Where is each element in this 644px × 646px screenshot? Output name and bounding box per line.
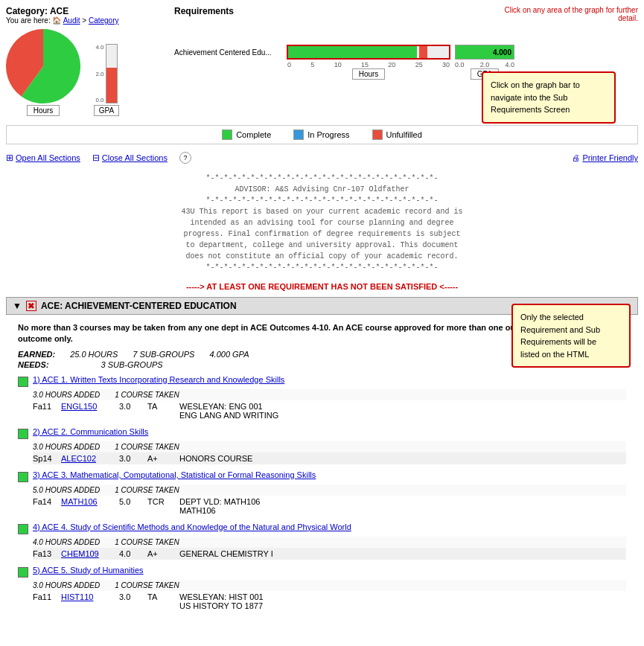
breadcrumb-category-link[interactable]: Category [89, 16, 119, 25]
sub-req-1: 1) ACE 1. Written Texts Incorporating Re… [18, 375, 626, 421]
ace-gpa-bar[interactable]: 4.000 [455, 45, 514, 60]
course-type: TA [147, 402, 173, 420]
section-close-btn[interactable]: ✖ [26, 301, 36, 311]
sub-req-title[interactable]: 5) ACE 5. Study of Humanities [33, 566, 144, 575]
course-grade: 3.0 [119, 454, 141, 463]
course-row: Fa13 CHEM109 4.0 A+ GENERAL CHEMISTRY I [33, 548, 626, 560]
sub-req-checkbox [18, 524, 28, 534]
sub-req-3: 3) ACE 3. Mathematical, Computational, S… [18, 470, 626, 517]
sub-req-4: 4) ACE 4. Study of Scientific Methods an… [18, 522, 626, 560]
gpa-vertical-bar[interactable] [106, 44, 118, 103]
printer-friendly-btn[interactable]: 🖨 Printer Friendly [572, 153, 638, 162]
earned-hours: 25.0 HOURS [70, 350, 118, 359]
course-type: A+ [147, 549, 173, 558]
pie-chart[interactable] [6, 29, 80, 103]
sub-req-2: 2) ACE 2. Communication Skills 3.0 HOURS… [18, 427, 626, 464]
course-term: Fa11 [33, 592, 55, 610]
hours-added-row: 3.0 HOURS ADDED 1 COURSE TAKEN [33, 580, 626, 591]
category-title: Category: ACE [6, 6, 170, 16]
course-row: Fa11 HIST110 3.0 TA WESLEYAN: HIST 001US… [33, 591, 626, 612]
tooltip-html-listing: Only the selected Requirement and Sub Re… [511, 304, 631, 368]
legend: Complete In Progress Unfulfilled [6, 125, 638, 144]
sub-req-title[interactable]: 3) ACE 3. Mathematical, Computational, S… [33, 470, 316, 479]
course-code[interactable]: HIST110 [61, 592, 113, 610]
breadcrumb: You are here: 🏠 Audit > Category [6, 16, 170, 25]
close-all-sections-btn[interactable]: ⊟ Close All Sections [92, 153, 168, 163]
pie-hours-label: Hours [27, 105, 60, 116]
warning-text: -----> AT LEAST ONE REQUIREMENT HAS NOT … [6, 279, 638, 294]
gpa-earned: 4.000 GPA [209, 350, 249, 359]
course-grade: 4.0 [119, 549, 141, 558]
gpa-value-text: 4.000 [493, 48, 511, 57]
section-title: ACE: ACHIEVEMENT-CENTERED EDUCATION [41, 301, 237, 311]
sub-req-checkbox [18, 429, 28, 439]
sub-groups-earned: 7 SUB-GROUPS [133, 350, 194, 359]
course-desc: WESLEYAN: HIST 001US HISTORY TO 1877 [179, 592, 264, 610]
sub-req-title[interactable]: 4) ACE 4. Study of Scientific Methods an… [33, 522, 351, 531]
breadcrumb-audit-link[interactable]: Audit [63, 16, 80, 25]
course-code[interactable]: CHEM109 [61, 549, 113, 558]
course-term: Sp14 [33, 454, 55, 463]
course-row: Fa11 ENGL150 3.0 TA WESLEYAN: ENG 001ENG… [33, 400, 626, 421]
course-type: TA [147, 592, 173, 610]
hours-added-row: 3.0 HOURS ADDED 1 COURSE TAKEN [33, 441, 626, 452]
section-toggle-btn[interactable]: ▼ [13, 301, 22, 311]
pie-chart-container[interactable]: Hours [6, 29, 80, 116]
course-desc: DEPT VLD: MATH106MATH106 [179, 497, 260, 515]
help-icon[interactable]: ? [179, 152, 191, 164]
course-row: Sp14 ALEC102 3.0 A+ HONORS COURSE [33, 452, 626, 464]
hours-added-row: 5.0 HOURS ADDED 1 COURSE TAKEN [33, 485, 626, 496]
sub-groups-needs: 3 SUB-GROUPS [64, 360, 163, 369]
course-term: Fa14 [33, 497, 55, 515]
advisor-text-box: *-*-*-*-*-*-*-*-*-*-*-*-*-*-*-*-*-*-*-*-… [6, 167, 638, 279]
hours-scale-label: Hours [352, 68, 386, 80]
requirements-title: Requirements [174, 6, 234, 16]
legend-in-progress: In Progress [293, 129, 349, 140]
sub-requirements-list: 1) ACE 1. Written Texts Incorporating Re… [18, 375, 626, 612]
course-desc: GENERAL CHEMISTRY I [179, 549, 273, 558]
course-term: Fa13 [33, 549, 55, 558]
hours-added-row: 3.0 HOURS ADDED 1 COURSE TAKEN [33, 389, 626, 400]
sub-req-title[interactable]: 2) ACE 2. Communication Skills [33, 427, 148, 436]
needs-label: NEEDS: [18, 360, 49, 369]
sub-req-5: 5) ACE 5. Study of Humanities 3.0 HOURS … [18, 566, 626, 612]
course-row: Fa14 MATH106 5.0 TCR DEPT VLD: MATH106MA… [33, 496, 626, 517]
course-desc: WESLEYAN: ENG 001ENG LANG AND WRITING [179, 402, 278, 420]
course-desc: HONORS COURSE [179, 454, 252, 463]
tooltip-graph-bar: Click on the graph bar to navigate into … [482, 71, 616, 124]
click-hint-text: Click on any area of the graph for furth… [489, 6, 638, 22]
hours-added-row: 4.0 HOURS ADDED 1 COURSE TAKEN [33, 537, 626, 548]
legend-complete: Complete [222, 129, 271, 140]
legend-unfulfilled: Unfulfilled [372, 129, 422, 140]
gpa-label-small: GPA [94, 105, 119, 116]
earned-label: EARNED: [18, 350, 55, 359]
gpa-bar-chart[interactable]: 4.0 2.0 0.0 [88, 44, 125, 116]
sub-req-checkbox [18, 472, 28, 482]
course-term: Fa11 [33, 402, 55, 420]
course-type: A+ [147, 454, 173, 463]
sub-req-checkbox [18, 567, 28, 578]
breadcrumb-you-are-here: You are here: [6, 16, 51, 25]
sub-req-checkbox [18, 377, 28, 387]
ace-bar-label: Achievement Centered Edu... [174, 48, 282, 57]
course-grade: 5.0 [119, 497, 141, 515]
course-code[interactable]: MATH106 [61, 497, 113, 515]
open-all-sections-btn[interactable]: ⊞ Open All Sections [6, 153, 80, 163]
course-code[interactable]: ALEC102 [61, 454, 113, 463]
sub-req-title[interactable]: 1) ACE 1. Written Texts Incorporating Re… [33, 375, 284, 384]
course-type: TCR [147, 497, 173, 515]
course-grade: 3.0 [119, 402, 141, 420]
course-code[interactable]: ENGL150 [61, 402, 113, 420]
course-grade: 3.0 [119, 592, 141, 610]
ace-hours-bar[interactable] [287, 45, 450, 60]
